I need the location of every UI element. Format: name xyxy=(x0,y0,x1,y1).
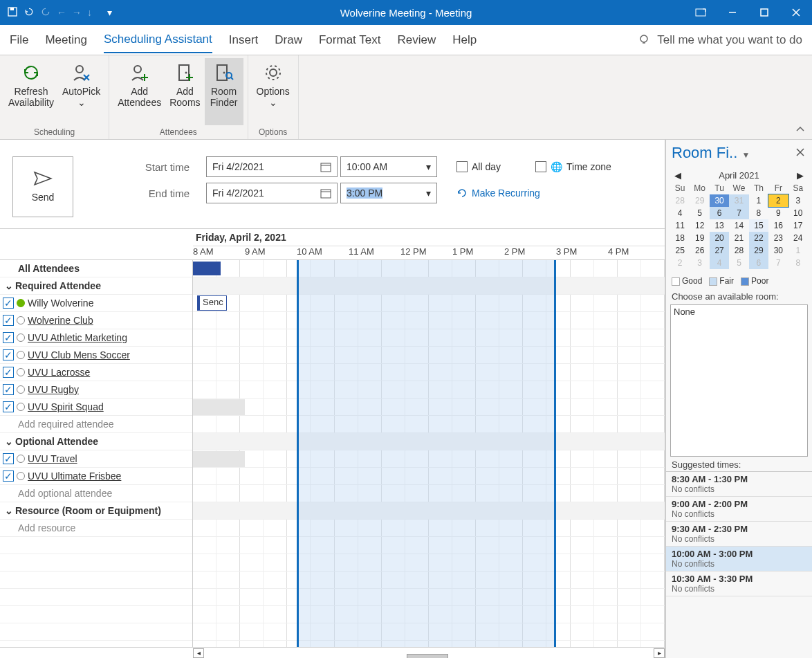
calendar-day[interactable]: 14 xyxy=(729,219,748,232)
attendee-checkbox[interactable]: ✓ xyxy=(3,470,14,482)
attendee-checkbox[interactable]: ✓ xyxy=(3,298,14,309)
calendar-day[interactable]: 3 xyxy=(690,257,709,269)
calendar-day[interactable]: 30 xyxy=(710,194,729,207)
calendar-day[interactable]: 31 xyxy=(729,194,748,207)
calendar-day[interactable]: 6 xyxy=(710,207,729,219)
minimize-button[interactable] xyxy=(717,0,748,25)
scroll-left-icon[interactable]: ◂ xyxy=(193,648,204,658)
attendee-name[interactable]: UVU Ultimate Frisbee xyxy=(28,470,121,482)
calendar-day[interactable]: 15 xyxy=(749,219,768,232)
calendar-day[interactable]: 12 xyxy=(690,219,709,232)
event-block[interactable]: Senc xyxy=(197,295,227,311)
attendee-name[interactable]: UVU Athletic Marketing xyxy=(28,332,127,343)
add-rooms-button[interactable]: AddRooms xyxy=(165,58,204,125)
suggested-time-item[interactable]: 9:00 AM - 2:00 PMNo conflicts xyxy=(666,497,812,522)
attendee-checkbox[interactable]: ✓ xyxy=(3,401,14,412)
expander-icon[interactable]: ⌄ xyxy=(3,505,15,516)
calendar-day[interactable]: 24 xyxy=(788,232,808,244)
calendar-day[interactable]: 7 xyxy=(768,257,788,269)
close-button[interactable] xyxy=(780,0,812,25)
undo-icon[interactable] xyxy=(24,6,35,19)
calendar-day[interactable]: 27 xyxy=(710,244,729,257)
suggested-time-item[interactable]: 10:30 AM - 3:30 PMNo conflicts xyxy=(666,572,812,596)
calendar-day[interactable]: 22 xyxy=(749,232,768,244)
suggested-time-item[interactable]: 9:30 AM - 2:30 PMNo conflicts xyxy=(666,522,812,547)
calendar-day[interactable]: 2 xyxy=(768,194,788,207)
calendar-day[interactable]: 26 xyxy=(690,244,709,257)
calendar-day[interactable]: 17 xyxy=(788,219,808,232)
maximize-button[interactable] xyxy=(748,0,780,25)
options-button[interactable]: Options⌄ xyxy=(252,58,294,125)
calendar-day[interactable]: 21 xyxy=(729,232,748,244)
attendee-checkbox[interactable]: ✓ xyxy=(3,332,14,343)
calendar-day[interactable]: 16 xyxy=(768,219,788,232)
calendar-day[interactable]: 4 xyxy=(670,207,690,219)
calendar-day[interactable]: 19 xyxy=(690,232,709,244)
time-grid[interactable]: Senc xyxy=(193,260,665,647)
suggested-time-item[interactable]: 8:30 AM - 1:30 PMNo conflicts xyxy=(666,472,812,497)
attendee-name[interactable]: UVU Travel xyxy=(28,453,77,464)
menu-tab-file[interactable]: File xyxy=(10,28,28,53)
calendar-day[interactable]: 18 xyxy=(670,232,690,244)
menu-tab-format-text[interactable]: Format Text xyxy=(319,28,380,53)
calendar-day[interactable]: 13 xyxy=(710,219,729,232)
attendee-name[interactable]: Wolverine Club xyxy=(28,315,93,326)
calendar-day[interactable]: 30 xyxy=(768,244,788,257)
menu-tab-meeting[interactable]: Meeting xyxy=(45,28,86,53)
attendee-checkbox[interactable]: ✓ xyxy=(3,384,14,395)
calendar-day[interactable]: 8 xyxy=(749,207,768,219)
calendar-day[interactable]: 7 xyxy=(729,207,748,219)
calendar-day[interactable]: 5 xyxy=(729,257,748,269)
add-attendees-button[interactable]: AddAttendees xyxy=(113,58,165,125)
calendar-day[interactable]: 28 xyxy=(670,194,690,207)
close-pane-icon[interactable] xyxy=(795,147,806,158)
calendar-day[interactable]: 3 xyxy=(788,194,808,207)
calendar-day[interactable]: 20 xyxy=(710,232,729,244)
menu-tab-draw[interactable]: Draw xyxy=(275,28,302,53)
menu-tab-scheduling-assistant[interactable]: Scheduling Assistant xyxy=(104,27,212,53)
add-required-placeholder[interactable]: Add required attendee xyxy=(18,419,114,430)
timezone-checkbox[interactable] xyxy=(535,161,546,172)
all-day-checkbox[interactable] xyxy=(456,161,468,172)
calendar-day[interactable]: 25 xyxy=(670,244,690,257)
end-date-input[interactable]: Fri 4/2/2021 xyxy=(206,183,338,203)
suggested-time-item[interactable]: 10:00 AM - 3:00 PMNo conflicts xyxy=(666,547,812,572)
menu-tab-insert[interactable]: Insert xyxy=(229,28,259,53)
next-month-icon[interactable]: ▶ xyxy=(797,170,804,181)
calendar-day[interactable]: 28 xyxy=(729,244,748,257)
horizontal-scrollbar[interactable]: ◂ ▸ xyxy=(0,647,665,658)
prev-month-icon[interactable]: ◀ xyxy=(674,170,681,181)
scroll-thumb[interactable] xyxy=(407,654,448,659)
calendar-day[interactable]: 1 xyxy=(788,244,808,257)
calendar-day[interactable]: 1 xyxy=(749,194,768,207)
expander-icon[interactable]: ⌄ xyxy=(3,280,15,291)
attendee-name[interactable]: Willy Wolverine xyxy=(28,298,93,309)
calendar-day[interactable]: 8 xyxy=(788,257,808,269)
menu-tab-review[interactable]: Review xyxy=(397,28,436,53)
expander-icon[interactable]: ⌄ xyxy=(3,436,15,447)
scroll-right-icon[interactable]: ▸ xyxy=(654,648,665,658)
save-icon[interactable] xyxy=(7,6,18,19)
attendee-name[interactable]: UVU Club Mens Soccer xyxy=(28,349,130,360)
calendar-day[interactable]: 9 xyxy=(768,207,788,219)
calendar-day[interactable]: 23 xyxy=(768,232,788,244)
tell-me-search[interactable]: Tell me what you want to do xyxy=(638,33,802,47)
end-time-input[interactable]: 3:00 PM ▾ xyxy=(340,183,437,203)
make-recurring-button[interactable]: Make Recurring xyxy=(456,188,540,199)
send-button[interactable]: Send xyxy=(12,156,73,217)
calendar-day[interactable]: 5 xyxy=(690,207,709,219)
attendee-name[interactable]: UVU Rugby xyxy=(28,384,79,395)
add-resource-placeholder[interactable]: Add resource xyxy=(18,522,75,533)
calendar-day[interactable]: 11 xyxy=(670,219,690,232)
calendar-day[interactable]: 2 xyxy=(670,257,690,269)
room-finder-button[interactable]: RoomFinder xyxy=(205,58,243,125)
start-time-input[interactable]: 10:00 AM ▾ xyxy=(340,156,437,177)
calendar-day[interactable]: 10 xyxy=(788,207,808,219)
menu-tab-help[interactable]: Help xyxy=(452,28,477,53)
attendee-checkbox[interactable]: ✓ xyxy=(3,453,14,464)
start-date-input[interactable]: Fri 4/2/2021 xyxy=(206,156,338,177)
attendee-name[interactable]: UVU Spirit Squad xyxy=(28,401,104,412)
attendee-checkbox[interactable]: ✓ xyxy=(3,349,14,360)
calendar-day[interactable]: 4 xyxy=(710,257,729,269)
autopick-button[interactable]: AutoPick⌄ xyxy=(58,58,104,125)
